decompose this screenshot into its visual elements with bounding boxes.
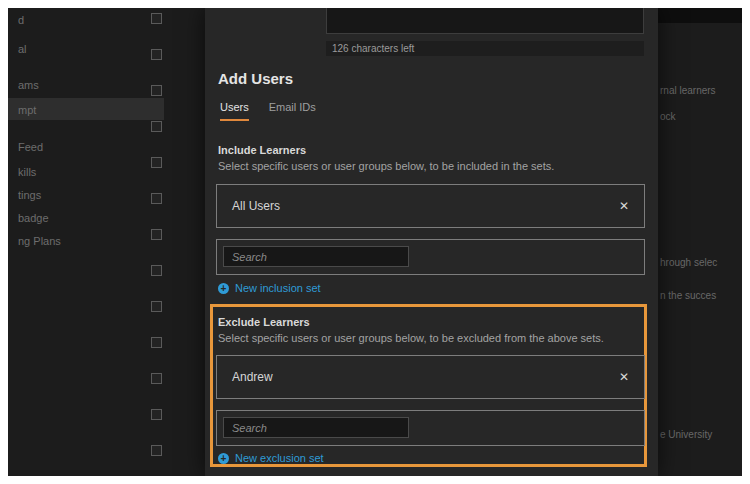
checkbox bbox=[151, 49, 162, 60]
sidebar-item: d bbox=[18, 14, 24, 26]
include-search-box bbox=[216, 239, 645, 275]
include-learners-description: Select specific users or user groups bel… bbox=[218, 160, 554, 172]
checkbox bbox=[151, 13, 162, 24]
background-text-fragment: n the succes bbox=[660, 290, 716, 301]
checkbox bbox=[151, 445, 162, 456]
checkbox bbox=[151, 157, 162, 168]
exclude-search-box bbox=[216, 410, 645, 446]
exclude-learners-heading: Exclude Learners bbox=[218, 316, 310, 328]
close-icon[interactable]: ✕ bbox=[619, 199, 629, 213]
panel-title: Add Users bbox=[218, 70, 293, 87]
checkbox bbox=[151, 337, 162, 348]
background-header-strip bbox=[656, 8, 742, 23]
sidebar-item: ams bbox=[18, 79, 39, 91]
checkbox bbox=[151, 373, 162, 384]
background-text-fragment: e University bbox=[660, 429, 712, 440]
include-set-row: All Users ✕ bbox=[216, 184, 645, 228]
include-set-label: All Users bbox=[232, 199, 280, 213]
tab-users[interactable]: Users bbox=[220, 101, 249, 121]
checkbox bbox=[151, 409, 162, 420]
checkbox-column bbox=[151, 13, 162, 476]
sidebar-item: ng Plans bbox=[18, 235, 61, 247]
new-inclusion-set-link[interactable]: + New inclusion set bbox=[218, 282, 321, 294]
checkbox bbox=[151, 229, 162, 240]
exclude-learners-description: Select specific users or user groups bel… bbox=[218, 332, 604, 344]
tab-bar: Users Email IDs bbox=[220, 101, 316, 121]
background-text-fragment: hrough selec bbox=[660, 257, 717, 268]
add-users-panel: 126 characters left Add Users Users Emai… bbox=[205, 8, 658, 476]
checkbox bbox=[151, 193, 162, 204]
checkbox bbox=[151, 265, 162, 276]
character-counter: 126 characters left bbox=[326, 41, 644, 56]
truncated-text-input[interactable] bbox=[326, 8, 644, 34]
close-icon[interactable]: ✕ bbox=[619, 370, 629, 384]
new-exclusion-set-label: New exclusion set bbox=[235, 452, 324, 464]
checkbox bbox=[151, 121, 162, 132]
screen: d al ams mpt Feed kills tings badge ng P… bbox=[8, 8, 742, 476]
checkbox bbox=[151, 85, 162, 96]
plus-circle-icon: + bbox=[218, 283, 229, 294]
include-learners-heading: Include Learners bbox=[218, 144, 306, 156]
new-inclusion-set-label: New inclusion set bbox=[235, 282, 321, 294]
sidebar-item: Feed bbox=[18, 141, 43, 153]
checkbox bbox=[151, 301, 162, 312]
new-exclusion-set-link[interactable]: + New exclusion set bbox=[218, 452, 324, 464]
sidebar-item: kills bbox=[18, 166, 36, 178]
tab-email-ids[interactable]: Email IDs bbox=[269, 101, 316, 121]
exclude-search-input[interactable] bbox=[223, 417, 409, 438]
plus-circle-icon: + bbox=[218, 453, 229, 464]
background-text-fragment: rnal learners bbox=[660, 85, 716, 96]
sidebar-item: al bbox=[18, 43, 27, 55]
background-text-fragment: ock bbox=[660, 111, 676, 122]
exclude-set-label: Andrew bbox=[232, 370, 273, 384]
sidebar-item: badge bbox=[18, 212, 49, 224]
sidebar-item: tings bbox=[18, 189, 41, 201]
sidebar-item: mpt bbox=[18, 104, 36, 116]
include-search-input[interactable] bbox=[223, 246, 409, 267]
exclude-set-row: Andrew ✕ bbox=[216, 355, 645, 399]
screenshot-frame: d al ams mpt Feed kills tings badge ng P… bbox=[0, 0, 750, 484]
